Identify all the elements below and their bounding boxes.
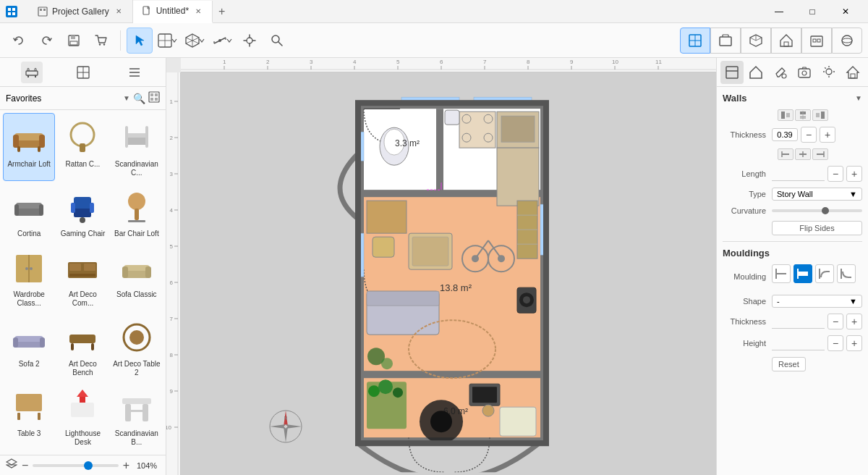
view-3d-button[interactable] xyxy=(741,28,771,54)
tab-untitled[interactable]: Untitled* ✕ xyxy=(133,1,213,23)
height-minus-button[interactable]: − xyxy=(827,335,843,351)
svg-rect-37 xyxy=(813,39,816,42)
item-cortina[interactable]: Cortina xyxy=(3,182,55,242)
select-tool-button[interactable] xyxy=(127,28,153,54)
item-sofa-classic[interactable]: Sofa Classic xyxy=(111,243,163,311)
view-elevation-button[interactable] xyxy=(710,28,741,54)
maximize-button[interactable]: □ xyxy=(796,0,829,23)
shape-select[interactable]: - ▼ xyxy=(772,295,862,308)
moulding-none-icon[interactable] xyxy=(772,264,791,283)
length-minus-button[interactable]: − xyxy=(827,166,843,182)
flip-sides-button[interactable]: Flip Sides xyxy=(772,221,862,235)
minimize-button[interactable]: — xyxy=(762,0,796,23)
item-art-deco-table2[interactable]: Art Deco Table 2 xyxy=(111,313,163,381)
rp-camera-icon[interactable] xyxy=(793,61,816,84)
svg-rect-54 xyxy=(155,98,158,101)
thickness-minus-button[interactable]: − xyxy=(801,127,817,143)
close-button[interactable]: ✕ xyxy=(829,0,862,23)
tab-project-gallery[interactable]: Project Gallery ✕ xyxy=(29,0,133,22)
item-scandinavian-c[interactable]: Scandinavian C... xyxy=(111,113,163,181)
view-360-button[interactable] xyxy=(832,28,862,54)
canvas-bg[interactable]: 3.3 m² 13.8 m² 6.0 m² xyxy=(181,72,716,475)
align-center-icon[interactable] xyxy=(795,109,811,121)
rp-walls-icon[interactable] xyxy=(720,61,744,84)
align-left-icon[interactable] xyxy=(778,109,793,121)
rp-rooms-icon[interactable] xyxy=(744,61,767,84)
shop-button[interactable] xyxy=(88,28,114,54)
redo-button[interactable] xyxy=(33,28,59,54)
svg-text:5: 5 xyxy=(396,59,400,65)
tab-file-close[interactable]: ✕ xyxy=(193,7,203,16)
tab-project-close[interactable]: ✕ xyxy=(114,7,124,16)
view3d-button[interactable] xyxy=(182,28,208,54)
item-gaming-chair[interactable]: Gaming Chair xyxy=(56,182,109,242)
thickness2-plus-button[interactable]: + xyxy=(846,314,862,329)
view2d-button[interactable] xyxy=(154,28,180,54)
item-sofa2[interactable]: Sofa 2 xyxy=(3,313,55,381)
undo-button[interactable] xyxy=(6,28,32,54)
add-tab-button[interactable]: + xyxy=(213,2,231,21)
item-lighthouse-desk[interactable]: Lighthouse Desk xyxy=(56,382,109,450)
item-rattan[interactable]: Rattan C... xyxy=(56,113,109,181)
item-bar-chair[interactable]: Bar Chair Loft xyxy=(111,182,163,242)
svg-rect-86 xyxy=(69,274,95,277)
view-house-button[interactable] xyxy=(771,28,801,54)
curvature-slider[interactable] xyxy=(772,209,862,212)
curvature-label: Curvature xyxy=(723,206,766,215)
length-align-right[interactable] xyxy=(812,148,828,160)
length-align-center[interactable] xyxy=(795,148,811,160)
svg-text:9: 9 xyxy=(170,388,174,395)
thickness-plus-button[interactable]: + xyxy=(820,127,835,143)
thickness-value[interactable]: 0.39 xyxy=(772,128,798,141)
pan-button[interactable] xyxy=(237,28,263,54)
zoom-slider[interactable] xyxy=(33,464,118,467)
zoom-plus-button[interactable]: + xyxy=(123,459,129,472)
measure-button[interactable] xyxy=(209,28,235,54)
panel-tab-rooms[interactable] xyxy=(72,62,94,83)
panel-tab-furniture[interactable] xyxy=(21,62,43,83)
reset-button[interactable]: Reset xyxy=(772,357,806,371)
furniture-icon xyxy=(25,65,39,80)
favorites-dropdown[interactable]: ▼ xyxy=(123,94,130,102)
view-facade-button[interactable] xyxy=(801,28,832,54)
align-right-icon[interactable] xyxy=(812,109,828,121)
compass: N xyxy=(268,408,304,446)
type-select[interactable]: Story Wall ▼ xyxy=(772,188,862,201)
view3d-icon xyxy=(184,33,200,49)
walls-dropdown-arrow[interactable]: ▼ xyxy=(855,94,862,102)
svg-point-76 xyxy=(128,193,145,210)
svg-rect-239 xyxy=(799,69,810,77)
view-2d-plan-button[interactable] xyxy=(680,28,710,54)
filter-icon-button[interactable] xyxy=(148,91,160,105)
svg-line-246 xyxy=(825,67,825,68)
height-plus-button[interactable]: + xyxy=(846,335,862,351)
length-plus-button[interactable]: + xyxy=(846,166,862,182)
canvas-area[interactable]: 1 2 3 4 5 6 7 8 9 10 11 xyxy=(166,58,716,475)
item-table3[interactable]: Table 3 xyxy=(3,382,55,450)
thickness2-minus-button[interactable]: − xyxy=(827,314,843,329)
moulding-curved1-icon[interactable] xyxy=(815,264,834,283)
zoom-minus-button[interactable]: − xyxy=(22,459,28,472)
moulding-flat-icon[interactable] xyxy=(793,264,812,283)
rp-light-icon[interactable] xyxy=(817,61,841,84)
toolbar-separator-1 xyxy=(120,30,121,51)
length-align-left[interactable] xyxy=(778,148,793,160)
search-icon-button[interactable]: 🔍 xyxy=(133,93,145,104)
item-art-deco-com[interactable]: Art Deco Com... xyxy=(56,243,109,311)
svg-rect-107 xyxy=(125,404,131,421)
panel-tab-list-view[interactable] xyxy=(124,62,145,83)
item-wardrobe[interactable]: Wardrobe Class... xyxy=(3,243,55,311)
rp-paint-icon[interactable] xyxy=(769,61,792,84)
moulding-curved2-icon[interactable] xyxy=(837,264,856,283)
right-panel-content: Walls ▼ Thicknes xyxy=(717,87,868,475)
item-armchair-loft[interactable]: Armchair Loft xyxy=(3,113,55,181)
zoom-slider-thumb[interactable] xyxy=(84,461,93,470)
curvature-slider-thumb[interactable] xyxy=(822,207,829,214)
layers-button[interactable] xyxy=(6,458,17,473)
item-scandinavian-b[interactable]: Scandinavian B... xyxy=(111,382,163,450)
save-button[interactable] xyxy=(61,28,87,54)
rp-exterior-icon[interactable] xyxy=(841,61,864,84)
item-armchair-loft-label: Armchair Loft xyxy=(7,160,50,169)
zoom-search-button[interactable] xyxy=(264,28,290,54)
item-art-deco-bench[interactable]: Art Deco Bench xyxy=(56,313,109,381)
